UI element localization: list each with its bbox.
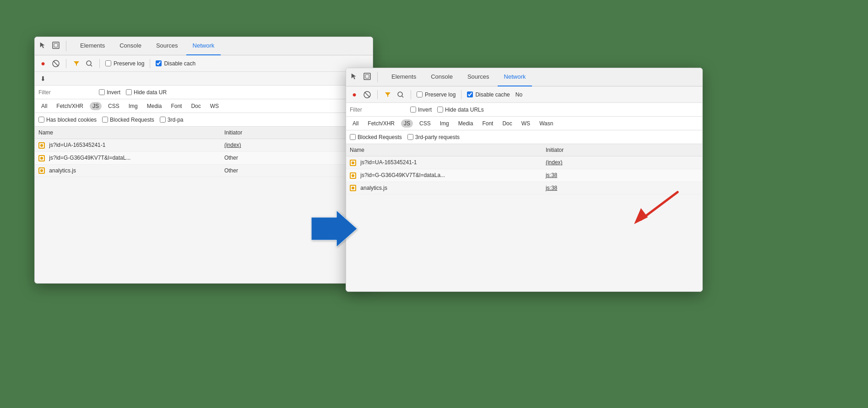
row-name: analytics.js	[346, 182, 542, 194]
download-icon[interactable]: ⬇	[38, 74, 48, 83]
svg-line-12	[402, 96, 403, 97]
red-arrow-annotation	[627, 188, 682, 235]
type-all-2[interactable]: All	[350, 119, 361, 128]
tab-icons-1	[38, 41, 66, 51]
file-icon	[38, 155, 45, 161]
requests-table-1: Name Initiator js?id=UA-165345241-1 (ind…	[35, 127, 373, 177]
type-ws-2[interactable]: WS	[519, 119, 533, 128]
filter-button[interactable]	[72, 59, 81, 68]
type-fetch-xhr[interactable]: Fetch/XHR	[54, 102, 86, 110]
stop-button[interactable]	[51, 59, 60, 68]
record-button-2[interactable]: ●	[350, 90, 359, 99]
extra-filters-row-1: Has blocked cookies Blocked Requests 3rd…	[35, 113, 373, 127]
tab-sources-1[interactable]: Sources	[150, 37, 184, 55]
table-row[interactable]: js?id=G-G36G49KV7T&l=dataLa... js:38	[346, 169, 702, 182]
tab-console-2[interactable]: Console	[424, 68, 459, 86]
blocked-requests-checkbox-2[interactable]: Blocked Requests	[350, 134, 402, 140]
filter-button-2[interactable]	[383, 90, 392, 99]
devtools-window-2: Elements Console Sources Network ●	[346, 68, 703, 292]
svg-marker-6	[311, 210, 357, 247]
type-doc-2[interactable]: Doc	[499, 119, 515, 128]
table-row[interactable]: js?id=UA-165345241-1 (index)	[35, 139, 373, 152]
type-img-2[interactable]: Img	[437, 119, 452, 128]
type-filter-row-2: All Fetch/XHR JS CSS Img Media Font Doc …	[346, 117, 702, 130]
type-wasn-2[interactable]: Wasn	[537, 119, 556, 128]
type-css[interactable]: CSS	[105, 102, 122, 110]
toolbar-sep-4	[377, 90, 378, 99]
svg-marker-14	[634, 208, 648, 224]
tab-elements-2[interactable]: Elements	[385, 68, 423, 86]
invert-checkbox[interactable]: Invert	[99, 89, 120, 96]
file-icon	[38, 142, 45, 149]
disable-cache-checkbox-2[interactable]: Disable cache	[467, 91, 510, 98]
requests-table-container-2: Name Initiator js?id=UA-165345241-1 (ind…	[346, 144, 702, 194]
table-row[interactable]: js?id=G-G36G49KV7T&l=dataL... Other	[35, 151, 373, 164]
inspect-icon[interactable]	[51, 41, 60, 51]
stop-button-2[interactable]	[363, 90, 372, 99]
cursor-icon[interactable]	[38, 41, 48, 51]
type-fetch-xhr-2[interactable]: Fetch/XHR	[365, 119, 397, 128]
svg-line-3	[54, 61, 59, 66]
download-row: ⬇	[35, 72, 373, 86]
type-media[interactable]: Media	[144, 102, 165, 110]
type-ws[interactable]: WS	[207, 102, 222, 110]
svg-rect-8	[365, 75, 369, 78]
svg-rect-1	[54, 43, 58, 47]
blocked-requests-checkbox[interactable]: Blocked Requests	[102, 117, 154, 123]
type-all[interactable]: All	[38, 102, 50, 110]
blocked-cookies-checkbox[interactable]: Has blocked cookies	[38, 117, 97, 123]
toolbar-sep-6	[461, 90, 461, 99]
row-initiator: js:38	[542, 169, 702, 182]
invert-checkbox-2[interactable]: Invert	[410, 107, 432, 113]
search-button[interactable]	[85, 59, 94, 68]
preserve-log-checkbox[interactable]: Preserve log	[105, 60, 144, 67]
search-button-2[interactable]	[396, 90, 405, 99]
tab-icons-2	[350, 72, 378, 82]
record-button[interactable]: ●	[38, 59, 48, 68]
toolbar-1: ● Preserve log Disable cach	[35, 55, 373, 72]
svg-rect-7	[364, 73, 370, 80]
svg-line-5	[91, 65, 92, 66]
requests-table-container-1: Name Initiator js?id=UA-165345241-1 (ind…	[35, 127, 373, 177]
disable-cache-checkbox[interactable]: Disable cach	[156, 60, 195, 67]
inspect-icon-2[interactable]	[363, 72, 372, 82]
cursor-icon-2[interactable]	[350, 72, 359, 82]
type-img[interactable]: Img	[126, 102, 141, 110]
tab-elements-1[interactable]: Elements	[74, 37, 111, 55]
toolbar-sep-5	[411, 90, 411, 99]
table-row[interactable]: js?id=UA-165345241-1 (index)	[346, 156, 702, 169]
col-header-name-2: Name	[346, 144, 542, 156]
hide-data-urls-checkbox-2[interactable]: Hide data URLs	[437, 107, 484, 113]
requests-table-2: Name Initiator js?id=UA-165345241-1 (ind…	[346, 144, 702, 194]
filter-input-2[interactable]	[350, 107, 405, 113]
col-header-name-1: Name	[35, 127, 221, 139]
row-name: js?id=UA-165345241-1	[35, 139, 221, 152]
preserve-log-checkbox-2[interactable]: Preserve log	[417, 91, 456, 98]
svg-rect-0	[53, 42, 59, 48]
type-js-2[interactable]: JS	[401, 119, 413, 128]
hide-data-urls-checkbox[interactable]: Hide data UR	[126, 89, 167, 96]
type-font[interactable]: Font	[168, 102, 184, 110]
extra-filters-row-2: Blocked Requests 3rd-party requests	[346, 130, 702, 144]
third-party-checkbox-2[interactable]: 3rd-party requests	[407, 134, 460, 140]
third-party-checkbox[interactable]: 3rd-pa	[160, 117, 184, 123]
tab-network-1[interactable]: Network	[186, 37, 221, 55]
tab-console-1[interactable]: Console	[113, 37, 148, 55]
svg-point-11	[398, 92, 402, 97]
tab-sources-2[interactable]: Sources	[461, 68, 496, 86]
file-icon	[350, 172, 356, 179]
type-js[interactable]: JS	[90, 102, 102, 110]
toolbar-sep-3	[150, 59, 150, 68]
no-throttle-label: No	[515, 91, 522, 98]
type-font-2[interactable]: Font	[479, 119, 496, 128]
filter-input-1[interactable]	[38, 89, 93, 96]
tab-bar-1: Elements Console Sources Network	[35, 37, 373, 55]
type-doc[interactable]: Doc	[188, 102, 203, 110]
type-media-2[interactable]: Media	[456, 119, 476, 128]
row-name: analytics.js	[35, 164, 221, 177]
type-css-2[interactable]: CSS	[417, 119, 434, 128]
type-filter-row-1: All Fetch/XHR JS CSS Img Media Font Doc …	[35, 99, 373, 113]
tab-network-2[interactable]: Network	[498, 68, 532, 86]
table-row[interactable]: analytics.js Other	[35, 164, 373, 177]
col-header-initiator-2: Initiator	[542, 144, 702, 156]
